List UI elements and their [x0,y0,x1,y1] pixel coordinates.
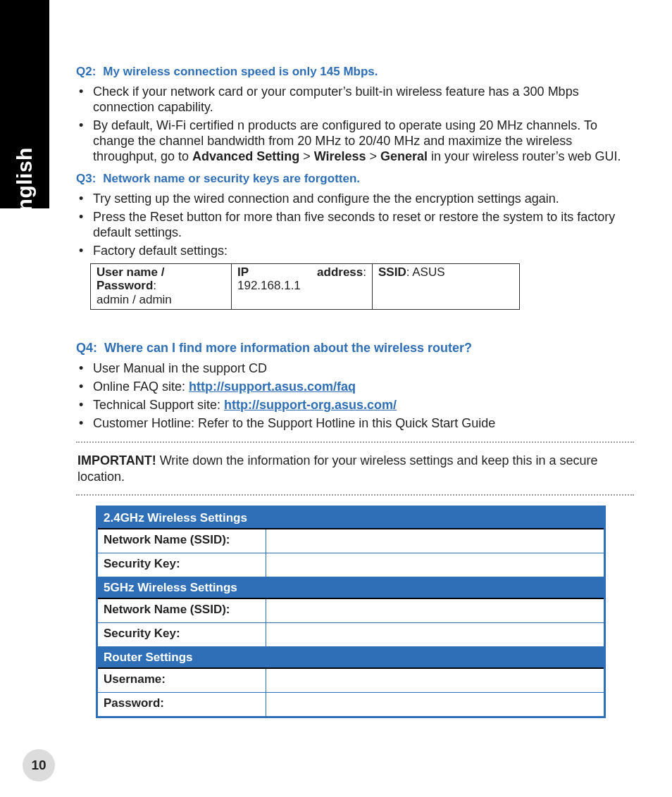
factory-defaults-table: User name / Password: admin / admin IPad… [90,263,520,310]
table-row: Network Name (SSID): [97,529,605,553]
field-value-blank [266,623,605,647]
faq-q2-text: My wireless connection speed is only 145… [103,65,378,79]
field-value-blank [266,668,605,693]
list-item: User Manual in the support CD [76,361,634,377]
field-label: Network Name (SSID): [97,598,266,623]
table-row: Network Name (SSID): [97,598,605,623]
important-label: IMPORTANT! [77,453,156,467]
field-label: Security Key: [97,623,266,647]
field-label: Security Key: [97,553,266,577]
list-item: Press the Reset button for more than fiv… [76,210,634,241]
table-row: Username: [97,668,605,693]
label: address [317,265,363,279]
colon: : [363,265,366,279]
value: admin / admin [97,293,172,306]
faq-q3-heading: Q3: Network name or security keys are fo… [76,172,634,186]
text: > [366,149,381,163]
label: IP [237,265,249,280]
important-text: Write down the information for your wire… [77,453,598,484]
colon: : [406,265,413,279]
faq-q4-text: Where can I find more information about … [104,341,472,356]
table-row: Security Key: [97,623,605,647]
list-item: Factory default settings: [76,244,634,259]
section-title: 2.4GHz Wireless Settings [97,507,605,529]
page: English Q2: My wireless connection speed… [0,0,672,797]
field-label: Username: [97,668,266,693]
path-general: General [380,149,428,163]
faq-q3-number: Q3: [76,172,96,186]
defaults-ssid-cell: SSID: ASUS [373,263,520,310]
faq-q4-heading: Q4: Where can I find more information ab… [76,341,634,356]
language-tab: English [0,0,49,208]
page-number: 10 [23,749,55,782]
value: ASUS [412,265,444,279]
defaults-ip-cell: IPaddress: 192.168.1.1 [232,263,373,310]
list-item: Try setting up the wired connection and … [76,192,634,207]
defaults-userpass-cell: User name / Password: admin / admin [91,263,232,310]
faq-q2-list: Check if your network card or your compu… [76,84,634,165]
path-wireless: Wireless [314,149,366,163]
section-header-router: Router Settings [97,647,605,669]
table-row: Password: [97,693,605,717]
field-value-blank [266,598,605,623]
faq-q4-number: Q4: [76,341,97,356]
list-item: By default, Wi-Fi certified n products a… [76,118,634,165]
field-value-blank [266,529,605,553]
important-note: IMPORTANT! Write down the information fo… [76,453,634,484]
label: SSID [378,265,406,279]
section-title: 5GHz Wireless Settings [97,577,605,599]
field-value-blank [266,553,605,577]
section-header-5ghz: 5GHz Wireless Settings [97,577,605,599]
section-header-24ghz: 2.4GHz Wireless Settings [97,507,605,529]
divider [76,494,634,496]
language-label: English [13,147,37,226]
text: > [299,149,314,163]
text: in your wireless router’s web GUI. [428,149,621,163]
faq-q3-list: Try setting up the wired connection and … [76,192,634,259]
field-label: Network Name (SSID): [97,529,266,553]
section-title: Router Settings [97,647,605,669]
path-advanced: Advanced Setting [192,149,299,163]
faq-q4-list: User Manual in the support CD Online FAQ… [76,361,634,432]
faq-q2-heading: Q2: My wireless connection speed is only… [76,65,634,79]
text: Technical Support site: [93,398,224,412]
colon: : [153,279,156,292]
value: 192.168.1.1 [237,279,301,292]
list-item: Online FAQ site: http://support.asus.com… [76,379,634,395]
list-item: Check if your network card or your compu… [76,84,634,115]
table-row: User name / Password: admin / admin IPad… [91,263,520,310]
faq-q3-text: Network name or security keys are forgot… [103,172,360,186]
text: Online FAQ site: [93,379,189,394]
list-item: Customer Hotline: Refer to the Support H… [76,416,634,432]
divider [76,441,634,443]
list-item: Technical Support site: http://support-o… [76,398,634,413]
support-link[interactable]: http://support-org.asus.com/ [224,398,397,412]
faq-link[interactable]: http://support.asus.com/faq [189,379,356,394]
table-row: Security Key: [97,553,605,577]
content-area: Q2: My wireless connection speed is only… [76,58,634,718]
faq-q2-number: Q2: [76,65,96,79]
settings-record-table: 2.4GHz Wireless Settings Network Name (S… [96,506,606,718]
field-label: Password: [97,693,266,717]
field-value-blank [266,693,605,717]
